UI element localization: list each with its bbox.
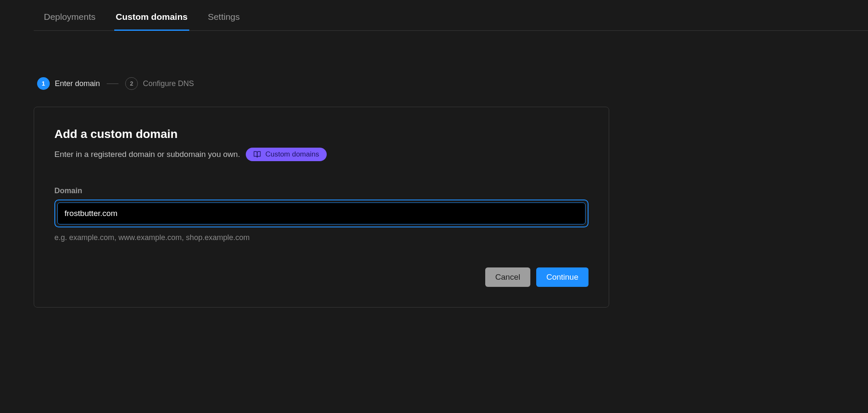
domain-field-group: Domain e.g. example.com, www.example.com… <box>54 186 589 242</box>
domain-hint: e.g. example.com, www.example.com, shop.… <box>54 233 589 242</box>
custom-domains-badge[interactable]: Custom domains <box>246 148 327 161</box>
step-number-2: 2 <box>125 77 138 90</box>
step-connector <box>107 84 118 84</box>
step-label-2: Configure DNS <box>143 79 194 88</box>
tab-custom-domains[interactable]: Custom domains <box>114 8 189 31</box>
tab-deployments[interactable]: Deployments <box>42 8 97 31</box>
step-label-1: Enter domain <box>55 79 100 88</box>
stepper: 1 Enter domain 2 Configure DNS <box>37 77 868 90</box>
badge-label: Custom domains <box>265 150 319 159</box>
card-actions: Cancel Continue <box>54 267 589 287</box>
card-subtitle-row: Enter in a registered domain or subdomai… <box>54 148 589 161</box>
book-icon <box>253 151 261 158</box>
step-number-1: 1 <box>37 77 50 90</box>
card-subtitle: Enter in a registered domain or subdomai… <box>54 150 240 159</box>
cancel-button[interactable]: Cancel <box>485 267 530 287</box>
step-configure-dns: 2 Configure DNS <box>125 77 194 90</box>
tab-bar: Deployments Custom domains Settings <box>34 0 868 31</box>
add-domain-card: Add a custom domain Enter in a registere… <box>34 107 609 308</box>
domain-input-wrapper <box>54 200 589 227</box>
domain-input[interactable] <box>57 202 586 224</box>
step-enter-domain: 1 Enter domain <box>37 77 100 90</box>
domain-label: Domain <box>54 186 589 195</box>
continue-button[interactable]: Continue <box>536 267 589 287</box>
card-title: Add a custom domain <box>54 127 589 141</box>
tab-settings[interactable]: Settings <box>206 8 242 31</box>
